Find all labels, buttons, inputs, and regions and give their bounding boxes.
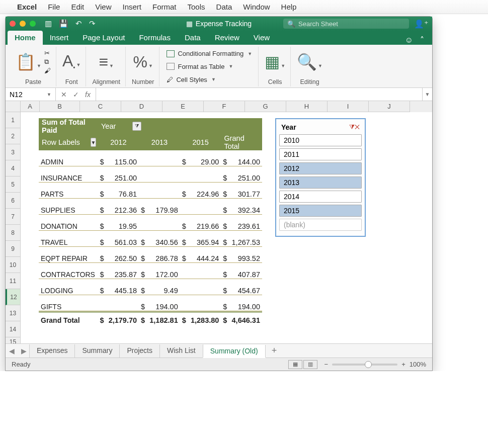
sheet-tab-summary-old-[interactable]: Summary (Old) [203, 345, 266, 358]
menu-format[interactable]: Format [152, 3, 177, 11]
conditional-formatting-button[interactable]: Conditional Formatting▼ [166, 48, 253, 59]
sheet-nav-next-icon[interactable]: ▶ [18, 347, 30, 355]
sheet-tab-projects[interactable]: Projects [119, 344, 160, 357]
format-painter-icon[interactable]: 🖌 [44, 67, 51, 74]
cell-styles-button[interactable]: 🖊Cell Styles▼ [166, 74, 253, 85]
page-layout-view-icon[interactable]: ▥ [303, 360, 317, 369]
col-header-J[interactable]: J [369, 101, 410, 112]
pivot-row[interactable]: DONATION$19.95$219.66$239.61 [39, 215, 262, 231]
editing-icon[interactable]: 🔍▼ [297, 52, 322, 71]
row-header-4[interactable]: 4 [6, 160, 21, 176]
pivot-row[interactable]: GIFTS$194.00$194.00 [39, 295, 262, 311]
menu-help[interactable]: Help [281, 3, 297, 11]
row-header-14[interactable]: 14 [6, 321, 21, 337]
menu-insert[interactable]: Insert [122, 3, 141, 11]
col-header-H[interactable]: H [286, 101, 328, 112]
menu-view[interactable]: View [95, 3, 111, 11]
pivot-row[interactable]: TRAVEL$561.03$340.56$365.94$1,267.53 [39, 231, 262, 247]
slicer-item-2014[interactable]: 2014 [279, 191, 362, 203]
close-window-button[interactable] [10, 21, 16, 27]
app-name[interactable]: Excel [17, 3, 37, 11]
col-header-E[interactable]: E [162, 101, 204, 112]
row-header-13[interactable]: 13 [6, 305, 21, 321]
row-header-7[interactable]: 7 [6, 209, 21, 225]
row-labels-filter-icon[interactable]: ▼ [91, 138, 97, 147]
year-slicer[interactable]: Year ⧩✕ 201020112012201320142015 (blank) [275, 118, 366, 237]
slicer-item-blank[interactable]: (blank) [279, 219, 362, 231]
copy-icon[interactable]: ⧉ [44, 58, 51, 66]
name-box[interactable]: N12 ▼ [6, 88, 56, 101]
zoom-in-button[interactable]: + [401, 361, 405, 368]
tab-insert[interactable]: Insert [43, 31, 76, 45]
save-icon[interactable]: 💾 [59, 19, 68, 28]
tab-review[interactable]: Review [208, 31, 247, 45]
pivot-year-2015[interactable]: 2015 [180, 138, 221, 146]
alignment-icon[interactable]: ≡▼ [99, 53, 114, 71]
menu-data[interactable]: Data [216, 3, 232, 11]
pivot-row[interactable]: LODGING$445.18$9.49$454.67 [39, 279, 262, 295]
tab-page-layout[interactable]: Page Layout [75, 31, 132, 45]
row-header-9[interactable]: 9 [6, 241, 21, 257]
tab-view[interactable]: View [247, 31, 277, 45]
pivot-row[interactable]: ADMIN$115.00$29.00$144.00 [39, 150, 262, 166]
menu-window[interactable]: Window [243, 3, 270, 11]
row-header-11[interactable]: 11 [6, 273, 21, 289]
sheet-tab-expenses[interactable]: Expenses [29, 344, 75, 357]
col-header-A[interactable]: A [21, 101, 40, 112]
pivot-year-2013[interactable]: 2013 [139, 138, 180, 146]
row-header-1[interactable]: 1 [6, 112, 21, 128]
menu-file[interactable]: File [48, 3, 60, 11]
col-header-I[interactable]: I [328, 101, 369, 112]
slicer-item-2015[interactable]: 2015 [279, 205, 362, 217]
pivot-row[interactable]: INSURANCE$251.00$251.00 [39, 166, 262, 183]
slicer-item-2010[interactable]: 2010 [279, 134, 362, 146]
zoom-window-button[interactable] [30, 21, 36, 27]
cut-icon[interactable]: ✂ [44, 49, 51, 57]
row-header-8[interactable]: 8 [6, 225, 21, 241]
col-header-G[interactable]: G [245, 101, 286, 112]
fx-icon[interactable]: fx [85, 91, 91, 99]
sheet-tab-summary[interactable]: Summary [74, 344, 120, 357]
row-header-2[interactable]: 2 [6, 128, 21, 144]
qat-workbook-icon[interactable]: ▥ [45, 19, 52, 28]
undo-icon[interactable]: ↶ [75, 19, 82, 28]
sheet-tab-wish-list[interactable]: Wish List [159, 344, 203, 357]
col-header-D[interactable]: D [121, 101, 162, 112]
tab-home[interactable]: Home [8, 31, 43, 45]
formula-input[interactable] [96, 88, 422, 101]
zoom-out-button[interactable]: − [324, 361, 329, 368]
minimize-window-button[interactable] [20, 21, 26, 27]
share-button-icon[interactable]: 👤⁺ [414, 19, 428, 29]
tab-formulas[interactable]: Formulas [132, 31, 178, 45]
pivot-row[interactable]: CONTRACTORS$235.87$172.00$407.87 [39, 263, 262, 279]
col-header-B[interactable]: B [40, 101, 80, 112]
search-sheet-box[interactable]: 🔍 Search Sheet [283, 19, 409, 29]
tab-data[interactable]: Data [178, 31, 208, 45]
slicer-item-2012[interactable]: 2012 [279, 162, 362, 174]
row-header-6[interactable]: 6 [6, 193, 21, 209]
slicer-clear-filter-icon[interactable]: ⧩✕ [349, 123, 360, 131]
menu-tools[interactable]: Tools [188, 3, 205, 11]
row-header-10[interactable]: 10 [6, 257, 21, 273]
redo-icon[interactable]: ↷ [89, 19, 96, 28]
row-header-3[interactable]: 3 [6, 144, 21, 160]
number-format-icon[interactable]: %▼ [133, 53, 153, 71]
worksheet-cells[interactable]: Sum of Total Paid Year ⧩ Row Labels ▼ 20… [21, 112, 432, 343]
col-header-C[interactable]: C [80, 101, 121, 112]
sheet-nav-prev-icon[interactable]: ◀ [6, 347, 18, 355]
name-box-dropdown-icon[interactable]: ▼ [47, 92, 51, 97]
cells-icon[interactable]: ▦▼ [265, 52, 285, 71]
zoom-slider[interactable] [332, 364, 397, 366]
pivot-row[interactable]: EQPT REPAIR$262.50$286.78$444.24$993.52 [39, 247, 262, 263]
pivot-row[interactable]: PARTS$76.81$224.96$301.77 [39, 183, 262, 199]
col-header-F[interactable]: F [204, 101, 245, 112]
select-all-corner[interactable] [6, 101, 21, 112]
row-header-15[interactable]: 15 [6, 337, 21, 343]
font-icon[interactable]: A•▼ [62, 52, 80, 71]
row-header-12[interactable]: 12 [6, 289, 21, 305]
pivot-table[interactable]: Sum of Total Paid Year ⧩ Row Labels ▼ 20… [39, 118, 262, 327]
confirm-edit-icon[interactable]: ✓ [73, 91, 79, 99]
menu-edit[interactable]: Edit [71, 3, 84, 11]
pivot-row[interactable]: SUPPLIES$212.36$179.98$392.34 [39, 199, 262, 215]
slicer-item-2013[interactable]: 2013 [279, 176, 362, 189]
